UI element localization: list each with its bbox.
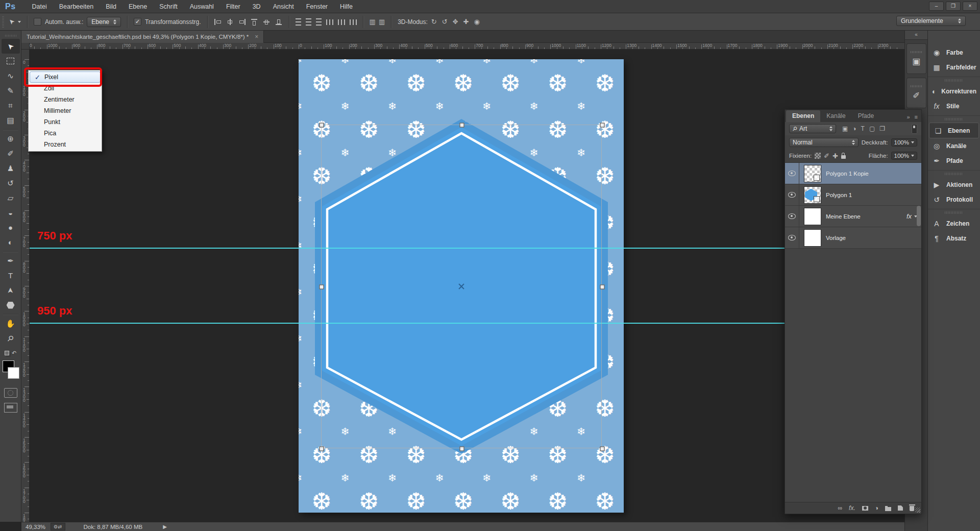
swap-colors-icon[interactable]: ↶	[5, 350, 16, 356]
panel-tab-ebenen[interactable]: Ebenen	[786, 110, 820, 122]
transform-handle[interactable]	[320, 285, 324, 289]
opacity-field[interactable]: 100%	[891, 138, 917, 147]
quick-mask-button[interactable]	[4, 388, 17, 398]
menu-schrift[interactable]: Schrift	[153, 3, 183, 10]
menu-fenster[interactable]: Fenster	[300, 3, 334, 10]
layer-mask-icon[interactable]	[862, 506, 868, 511]
paint-bucket-tool[interactable]: ◒	[2, 205, 20, 220]
lock-transparency-icon[interactable]	[815, 153, 821, 159]
transform-handle[interactable]	[460, 447, 464, 451]
dock-button-pfade[interactable]: ✒Pfade	[928, 153, 980, 168]
scrollbar-thumb[interactable]	[917, 206, 921, 226]
clone-stamp-tool[interactable]: ♟	[2, 161, 20, 176]
visibility-cell[interactable]	[785, 227, 799, 248]
eye-icon[interactable]	[788, 235, 796, 240]
filter-kind-icon-0[interactable]: ▣	[842, 125, 848, 132]
context-menu-item-pixel[interactable]: ✓Pixel	[30, 71, 101, 83]
dock-button-protokoll[interactable]: ↺Protokoll	[928, 192, 980, 207]
shape-tool[interactable]	[2, 298, 20, 312]
menu-bild[interactable]: Bild	[100, 3, 122, 10]
tab-close-icon[interactable]: ×	[255, 33, 258, 40]
menu-auswahl[interactable]: Auswahl	[184, 3, 220, 10]
filter-kind-icon-3[interactable]: ▢	[869, 125, 875, 132]
panel-tab-pfade[interactable]: Pfade	[852, 110, 880, 122]
panel-brush-presets[interactable]: ✐	[906, 78, 926, 108]
restore-button[interactable]: ❐	[946, 2, 961, 11]
fill-field[interactable]: 100%	[891, 152, 917, 160]
collapse-dock-icon[interactable]: «	[905, 31, 927, 40]
distribute-right-edges-icon[interactable]	[350, 19, 357, 25]
transform-handle[interactable]	[320, 123, 324, 128]
menu-bearbeeiten[interactable]: Bearbeeiten	[53, 3, 100, 10]
lock-all-icon[interactable]	[841, 155, 846, 159]
menu-ebene[interactable]: Ebene	[122, 3, 153, 10]
transform-controls-checkbox[interactable]: ✓	[134, 18, 141, 26]
status-menu-arrow-icon[interactable]: ▶	[163, 524, 167, 529]
delete-layer-icon[interactable]	[910, 506, 914, 511]
document-tab[interactable]: Tutorial_Weihnachtskarte_geschaeftlich.p…	[21, 31, 264, 43]
layer-style-icon[interactable]: fx.	[849, 504, 855, 512]
filter-kind-icon-2[interactable]: T	[861, 125, 865, 132]
distribute-vertical-spacing-icon[interactable]: ▥	[379, 18, 385, 26]
context-menu-item-prozent[interactable]: Prozent	[29, 139, 102, 150]
distribute-left-edges-icon[interactable]	[326, 19, 333, 25]
foreground-background-colors[interactable]	[1, 360, 20, 382]
filter-kind-icon-4[interactable]: ❐	[879, 125, 885, 132]
dock-button-aktionen[interactable]: ▶Aktionen	[928, 177, 980, 192]
lock-position-icon[interactable]: ✚	[832, 152, 838, 160]
layer-row-meine-ebene[interactable]: Meine Ebenefx	[785, 206, 921, 227]
panel-resize-grip[interactable]	[915, 508, 920, 513]
visibility-cell[interactable]	[785, 163, 799, 184]
panel-tab-kan-le[interactable]: Kanäle	[820, 110, 851, 122]
layer-filter-dropdown[interactable]: ⚲ Art	[789, 124, 836, 133]
context-menu-item-millimeter[interactable]: Millimeter	[29, 105, 102, 116]
3d-roll-icon[interactable]: ↺	[442, 18, 448, 26]
blend-mode-dropdown[interactable]: Normal	[789, 138, 859, 147]
blur-tool[interactable]: ●	[2, 220, 20, 235]
menu-hilfe[interactable]: Hilfe	[334, 3, 359, 10]
rectangular-marquee-tool[interactable]	[2, 54, 20, 68]
auto-select-checkbox[interactable]	[34, 18, 41, 26]
context-menu-item-pica[interactable]: Pica	[29, 128, 102, 139]
link-layers-icon[interactable]: ∞	[838, 504, 843, 512]
eye-icon[interactable]	[788, 171, 796, 176]
pen-tool[interactable]: ✒	[2, 253, 20, 268]
distribute-horizontal-spacing-icon[interactable]: ▥	[370, 18, 376, 26]
workspace-dropdown[interactable]: Grundelemente	[896, 16, 966, 26]
layer-row-polygon-1[interactable]: Polygon 1	[785, 184, 921, 206]
eye-icon[interactable]	[788, 192, 796, 198]
eye-icon[interactable]	[788, 213, 796, 219]
context-menu-item-zentimeter[interactable]: Zentimeter	[29, 94, 102, 105]
brush-tool[interactable]: ✐	[2, 146, 20, 161]
dock-button-kan-le[interactable]: ◎Kanäle	[928, 138, 980, 153]
layer-thumbnail[interactable]	[804, 229, 821, 247]
new-group-icon[interactable]	[885, 507, 891, 511]
layer-thumbnail[interactable]	[804, 165, 821, 182]
layer-thumbnail[interactable]	[804, 208, 821, 225]
transform-handle[interactable]	[600, 123, 605, 128]
lasso-tool[interactable]: ∿	[2, 68, 20, 83]
healing-brush-tool[interactable]: ⊕	[2, 131, 20, 146]
new-layer-icon[interactable]	[898, 505, 903, 511]
zoom-tool[interactable]: ⚲	[2, 331, 20, 346]
filter-kind-icon-1[interactable]: ◑	[852, 125, 856, 132]
distribute-bottom-edges-icon[interactable]	[316, 18, 322, 26]
move-tool-preset-icon[interactable]: ➤	[7, 17, 16, 26]
history-brush-tool[interactable]: ↺	[2, 176, 20, 190]
align-left-edges-icon[interactable]	[214, 18, 222, 26]
align-bottom-edges-icon[interactable]	[275, 18, 283, 26]
lock-paint-icon[interactable]: ✐	[824, 152, 829, 160]
distribute-vertical-centers-icon[interactable]	[306, 18, 311, 26]
auto-select-target-dropdown[interactable]: Ebene	[87, 17, 121, 27]
menu-ansicht[interactable]: Ansicht	[267, 3, 300, 10]
distribute-horizontal-centers-icon[interactable]	[338, 19, 345, 25]
ruler-tool[interactable]: ▤	[2, 113, 20, 128]
transform-handle[interactable]	[600, 447, 605, 451]
layer-row-vorlage[interactable]: Vorlage	[785, 227, 921, 249]
3d-slide-icon[interactable]: ✚	[463, 18, 469, 26]
adjustment-layer-icon[interactable]: ◑	[875, 504, 878, 512]
close-button[interactable]: ×	[963, 2, 977, 11]
align-horizontal-centers-icon[interactable]	[226, 18, 234, 26]
type-tool[interactable]: T	[2, 268, 20, 283]
screen-mode-button[interactable]	[4, 403, 17, 413]
